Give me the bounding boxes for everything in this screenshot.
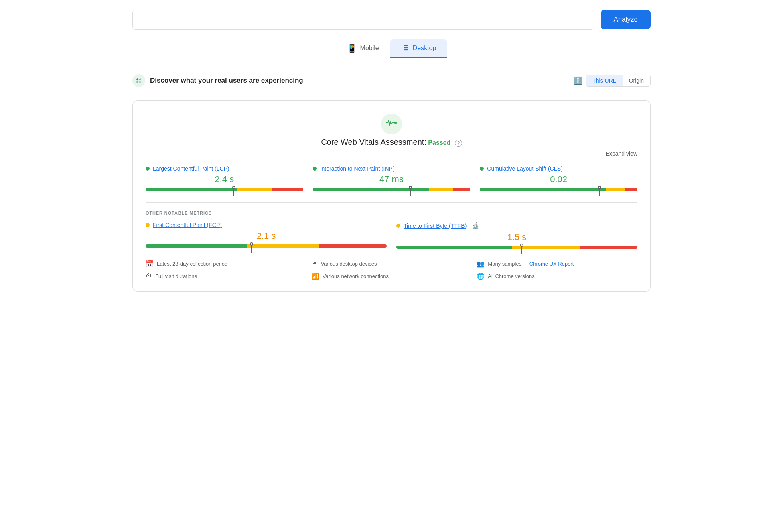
metric-lcp: Largest Contentful Paint (LCP) 2.4 s bbox=[146, 165, 303, 191]
fcp-bar-green bbox=[146, 244, 247, 248]
cwv-pulse-icon bbox=[386, 118, 397, 130]
calendar-icon: 📅 bbox=[146, 260, 154, 268]
lcp-bar bbox=[146, 188, 303, 191]
inp-marker-dot bbox=[409, 186, 412, 189]
inp-bar-orange bbox=[429, 188, 453, 191]
lcp-bar-red bbox=[272, 188, 303, 191]
ttfb-bar-green bbox=[396, 246, 512, 249]
tab-desktop-label: Desktop bbox=[413, 45, 436, 52]
cwv-header: Core Web Vitals Assessment: Passed ? bbox=[146, 114, 637, 147]
cls-bar-orange bbox=[606, 188, 625, 191]
lcp-value: 2.4 s bbox=[146, 174, 303, 185]
ttfb-bar bbox=[396, 246, 637, 249]
fcp-label-row: First Contentful Paint (FCP) bbox=[146, 222, 387, 228]
footer-visit-duration: ⏱ Full visit durations bbox=[146, 272, 306, 280]
footer-visit-label: Full visit durations bbox=[155, 273, 197, 279]
cls-bar bbox=[480, 188, 637, 191]
footer-samples: 👥 Many samples Chrome UX Report bbox=[477, 260, 637, 268]
footer-collection-label: Latest 28-day collection period bbox=[157, 261, 227, 267]
chrome-icon: 🌐 bbox=[477, 272, 485, 280]
other-metrics-label: OTHER NOTABLE METRICS bbox=[146, 211, 637, 215]
toggle-this-url[interactable]: This URL bbox=[586, 75, 622, 86]
desktop-footer-icon: 🖥 bbox=[311, 260, 318, 268]
metric-inp: Interaction to Next Paint (INP) 47 ms bbox=[313, 165, 471, 191]
users-icon: 👥 bbox=[477, 260, 485, 268]
core-metrics-grid: Largest Contentful Paint (LCP) 2.4 s Int… bbox=[146, 165, 637, 191]
footer-samples-text: Many samples bbox=[488, 261, 521, 267]
chrome-ux-report-link[interactable]: Chrome UX Report bbox=[529, 261, 574, 267]
cls-value: 0.02 bbox=[480, 174, 637, 185]
inp-marker-line bbox=[410, 189, 411, 196]
ttfb-marker bbox=[520, 243, 523, 254]
main-card: Core Web Vitals Assessment: Passed ? Exp… bbox=[132, 100, 651, 292]
url-bar: https://pantonia.hu/ Analyze bbox=[132, 10, 651, 30]
footer-chrome-label: All Chrome versions bbox=[488, 273, 534, 279]
cwv-icon bbox=[381, 114, 402, 134]
cls-label-row: Cumulative Layout Shift (CLS) bbox=[480, 165, 637, 172]
lcp-marker-dot bbox=[232, 186, 235, 189]
tab-mobile[interactable]: 📱 Mobile bbox=[336, 39, 390, 58]
info-icon[interactable]: ℹ️ bbox=[574, 76, 582, 85]
svg-point-3 bbox=[139, 81, 141, 83]
cwv-title: Core Web Vitals Assessment: bbox=[321, 138, 426, 146]
footer-network: 📶 Various network connections bbox=[311, 272, 472, 280]
section-title: Discover what your real users are experi… bbox=[150, 77, 303, 85]
inp-label-row: Interaction to Next Paint (INP) bbox=[313, 165, 471, 172]
fcp-bar-red bbox=[319, 244, 387, 248]
fcp-bar bbox=[146, 244, 387, 248]
metric-cls: Cumulative Layout Shift (CLS) 0.02 bbox=[480, 165, 637, 191]
section-header-right: ℹ️ This URL Origin bbox=[574, 75, 651, 87]
inp-marker bbox=[409, 185, 412, 196]
svg-point-4 bbox=[394, 122, 397, 124]
card-footer: 📅 Latest 28-day collection period 🖥 Vari… bbox=[146, 260, 637, 280]
inp-value: 47 ms bbox=[313, 174, 471, 185]
inp-link[interactable]: Interaction to Next Paint (INP) bbox=[320, 165, 395, 172]
other-metrics-grid: First Contentful Paint (FCP) 2.1 s Time … bbox=[146, 222, 637, 249]
cwv-title-row: Core Web Vitals Assessment: Passed ? bbox=[321, 138, 462, 147]
lcp-link[interactable]: Largest Contentful Paint (LCP) bbox=[153, 165, 229, 172]
fcp-marker-dot bbox=[250, 242, 253, 246]
device-tabs: 📱 Mobile 🖥 Desktop bbox=[132, 39, 651, 58]
cls-link[interactable]: Cumulative Layout Shift (CLS) bbox=[487, 165, 562, 172]
metric-ttfb: Time to First Byte (TTFB) 🔬 1.5 s bbox=[396, 222, 637, 249]
svg-point-0 bbox=[136, 78, 138, 80]
fcp-marker bbox=[250, 242, 253, 253]
metrics-divider bbox=[146, 202, 637, 203]
footer-chrome-versions: 🌐 All Chrome versions bbox=[477, 272, 637, 280]
fcp-marker-line bbox=[251, 246, 252, 253]
analyze-button[interactable]: Analyze bbox=[601, 10, 651, 29]
ttfb-bar-red bbox=[580, 246, 637, 249]
mobile-icon: 📱 bbox=[347, 43, 357, 53]
lcp-label-row: Largest Contentful Paint (LCP) bbox=[146, 165, 303, 172]
cwv-status: Passed bbox=[428, 139, 450, 146]
tab-desktop[interactable]: 🖥 Desktop bbox=[390, 39, 448, 58]
ttfb-dot bbox=[396, 224, 400, 228]
inp-dot bbox=[313, 167, 317, 171]
footer-network-label: Various network connections bbox=[323, 273, 389, 279]
svg-point-1 bbox=[139, 78, 141, 80]
crux-section-header: Discover what your real users are experi… bbox=[132, 69, 651, 92]
inp-bar bbox=[313, 188, 471, 191]
expand-view: Expand view bbox=[146, 150, 637, 157]
cls-marker-line bbox=[599, 189, 600, 196]
network-icon: 📶 bbox=[311, 272, 319, 280]
cls-dot bbox=[480, 167, 484, 171]
expand-view-link[interactable]: Expand view bbox=[606, 150, 637, 157]
toggle-origin[interactable]: Origin bbox=[623, 75, 650, 86]
lcp-bar-orange bbox=[237, 188, 272, 191]
ttfb-marker-dot bbox=[520, 244, 523, 247]
fcp-link[interactable]: First Contentful Paint (FCP) bbox=[153, 222, 222, 228]
lcp-marker-line bbox=[233, 189, 234, 196]
cls-marker-dot bbox=[598, 186, 601, 189]
lcp-bar-green bbox=[146, 188, 237, 191]
ttfb-link[interactable]: Time to First Byte (TTFB) bbox=[404, 223, 467, 229]
section-header-left: Discover what your real users are experi… bbox=[132, 74, 303, 87]
fcp-bar-orange bbox=[247, 244, 319, 248]
timer-icon: ⏱ bbox=[146, 273, 152, 280]
desktop-icon: 🖥 bbox=[402, 44, 410, 53]
cwv-help-icon[interactable]: ? bbox=[455, 140, 462, 147]
footer-devices: 🖥 Various desktop devices bbox=[311, 260, 472, 268]
lcp-dot bbox=[146, 167, 150, 171]
ttfb-marker-line bbox=[521, 247, 522, 254]
url-input[interactable]: https://pantonia.hu/ bbox=[132, 10, 594, 30]
